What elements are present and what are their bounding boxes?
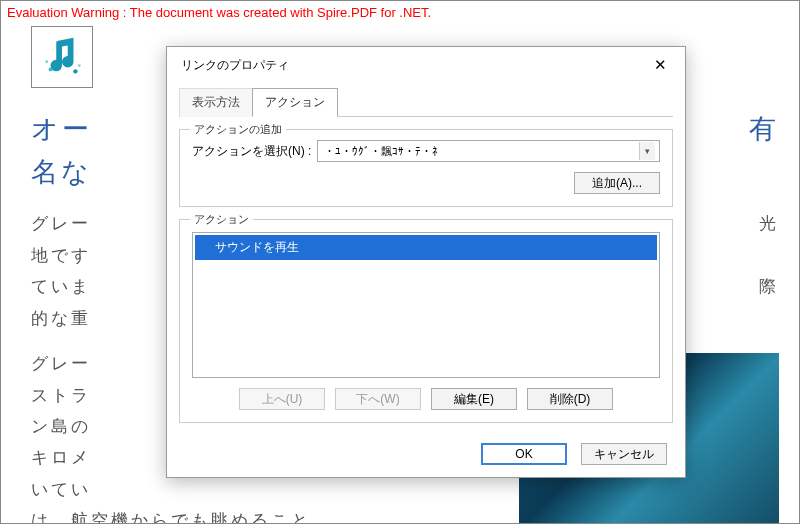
- music-note-icon: [39, 33, 85, 82]
- tab-actions[interactable]: アクション: [252, 88, 338, 117]
- add-action-legend: アクションの追加: [190, 122, 286, 137]
- dialog-tabs: 表示方法 アクション: [179, 87, 673, 117]
- evaluation-warning: Evaluation Warning : The document was cr…: [1, 1, 799, 24]
- cancel-button[interactable]: キャンセル: [581, 443, 667, 465]
- actions-list-legend: アクション: [190, 212, 253, 227]
- select-action-dropdown[interactable]: ・ﾕ・ｳｸﾞ・飄ｺｻ・ﾃ・ﾈ ▾: [317, 140, 660, 162]
- move-up-button: 上へ(U): [239, 388, 325, 410]
- svg-point-0: [49, 67, 53, 71]
- dialog-title: リンクのプロパティ: [181, 57, 289, 74]
- svg-point-1: [73, 69, 77, 73]
- dialog-titlebar: リンクのプロパティ ✕: [167, 47, 685, 83]
- actions-listbox[interactable]: サウンドを再生: [192, 232, 660, 378]
- select-action-label: アクションを選択(N) :: [192, 143, 311, 160]
- select-action-value: ・ﾕ・ｳｸﾞ・飄ｺｻ・ﾃ・ﾈ: [324, 144, 438, 159]
- link-properties-dialog: リンクのプロパティ ✕ 表示方法 アクション アクションの追加 アクションを選択…: [166, 46, 686, 478]
- delete-button[interactable]: 削除(D): [527, 388, 613, 410]
- actions-list-group: アクション サウンドを再生 上へ(U) 下へ(W) 編集(E) 削除(D): [179, 219, 673, 423]
- chevron-down-icon: ▾: [639, 142, 655, 160]
- add-action-group: アクションの追加 アクションを選択(N) : ・ﾕ・ｳｸﾞ・飄ｺｻ・ﾃ・ﾈ ▾ …: [179, 129, 673, 207]
- dialog-footer: OK キャンセル: [167, 433, 685, 477]
- edit-button[interactable]: 編集(E): [431, 388, 517, 410]
- close-button[interactable]: ✕: [645, 55, 675, 75]
- tab-display-method[interactable]: 表示方法: [179, 88, 253, 117]
- close-icon: ✕: [654, 56, 667, 74]
- music-icon-box: [31, 26, 93, 88]
- move-down-button: 下へ(W): [335, 388, 421, 410]
- add-button[interactable]: 追加(A)...: [574, 172, 660, 194]
- svg-point-3: [78, 64, 81, 67]
- ok-button[interactable]: OK: [481, 443, 567, 465]
- svg-point-2: [45, 60, 48, 63]
- action-item-play-sound[interactable]: サウンドを再生: [195, 235, 657, 260]
